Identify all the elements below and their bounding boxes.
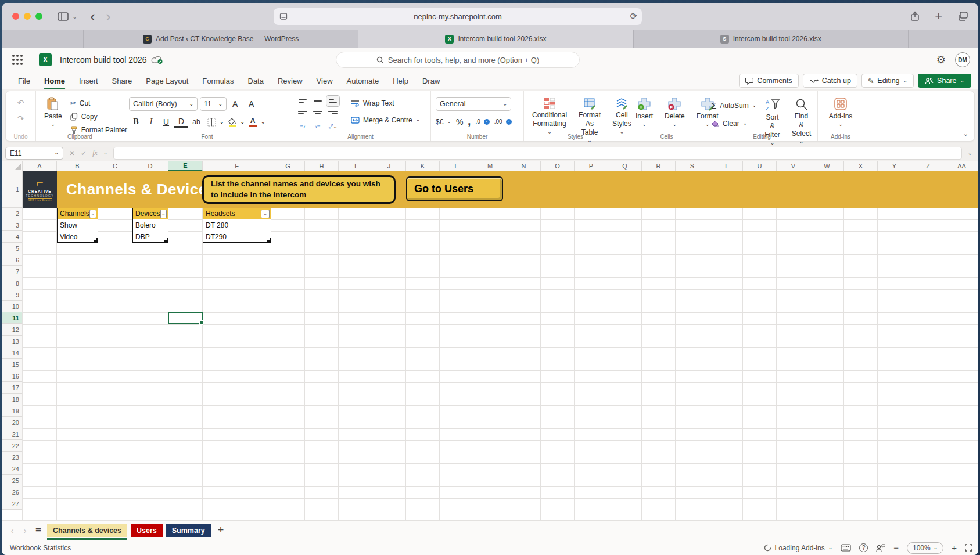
menu-tab-automate[interactable]: Automate <box>341 74 385 88</box>
font-color-icon[interactable]: A <box>246 115 260 129</box>
row-header-14[interactable]: 14 <box>2 347 23 359</box>
next-sheet-icon[interactable]: › <box>20 526 30 535</box>
column-header-AA[interactable]: AA <box>945 161 978 171</box>
align-top-icon[interactable] <box>299 98 307 103</box>
table-cell[interactable]: DT 280 <box>203 219 271 231</box>
collapse-ribbon-icon[interactable]: ⌄ <box>963 130 968 138</box>
redo-icon[interactable]: ↷ <box>14 111 28 125</box>
row-header-2[interactable]: 2 <box>2 208 23 219</box>
column-header-W[interactable]: W <box>810 161 844 171</box>
sheet-tab-users[interactable]: Users <box>131 524 163 537</box>
address-bar[interactable]: nepinc-my.sharepoint.com ⟳ <box>274 8 642 25</box>
column-header-H[interactable]: H <box>305 161 339 171</box>
row-header-23[interactable]: 23 <box>2 452 23 463</box>
column-header-B[interactable]: B <box>57 161 98 171</box>
font-name-select[interactable]: Calibri (Body)⌄ <box>129 97 198 111</box>
column-header-M[interactable]: M <box>473 161 507 171</box>
row-header-19[interactable]: 19 <box>2 405 23 417</box>
row-header-7[interactable]: 7 <box>2 266 23 278</box>
increase-decimal-button[interactable]: .0‹ <box>475 116 489 128</box>
fullscreen-icon[interactable] <box>965 544 972 552</box>
share-page-icon[interactable] <box>910 11 920 21</box>
expand-formula-bar-icon[interactable]: ⌄ <box>965 150 975 156</box>
row-header-22[interactable]: 22 <box>2 440 23 452</box>
column-header-A[interactable]: A <box>23 161 57 171</box>
row-header-13[interactable]: 13 <box>2 336 23 347</box>
settings-gear-icon[interactable]: ⚙ <box>936 53 946 66</box>
forward-button[interactable]: › <box>106 9 111 24</box>
menu-tab-view[interactable]: View <box>311 74 339 88</box>
zoom-window-button[interactable] <box>35 13 42 20</box>
table-cell[interactable]: Video <box>57 231 98 243</box>
sidebar-toggle-icon[interactable] <box>58 12 69 21</box>
row-header-25[interactable]: 25 <box>2 475 23 486</box>
row-header-4[interactable]: 4 <box>2 231 23 243</box>
chevron-down-icon[interactable]: ⌄ <box>220 120 224 125</box>
menu-tab-help[interactable]: Help <box>387 74 414 88</box>
column-header-X[interactable]: X <box>844 161 878 171</box>
menu-tab-share[interactable]: Share <box>106 74 138 88</box>
conditional-formatting-button[interactable]: Conditional Formatting ⌄ <box>529 96 570 136</box>
menu-tab-file[interactable]: File <box>12 74 36 88</box>
go-to-users-button[interactable]: Go to Users <box>406 176 503 201</box>
catch-up-button[interactable]: Catch up <box>803 74 857 88</box>
column-header-T[interactable]: T <box>709 161 743 171</box>
currency-format-button[interactable]: $€⌄ <box>436 116 451 128</box>
row-header-27[interactable]: 27 <box>2 498 23 510</box>
sheet-tab-summary[interactable]: Summary <box>166 524 211 537</box>
chevron-down-icon[interactable]: ⌄ <box>261 120 265 125</box>
app-launcher-icon[interactable] <box>9 51 26 69</box>
chevron-down-icon[interactable]: ⌄ <box>240 120 245 125</box>
number-format-select[interactable]: General⌄ <box>436 97 511 111</box>
help-icon[interactable]: ? <box>859 543 868 552</box>
column-header-R[interactable]: R <box>642 161 676 171</box>
menu-tab-insert[interactable]: Insert <box>73 74 104 88</box>
workbook-statistics-button[interactable]: Workbook Statistics <box>10 544 71 552</box>
menu-tab-home[interactable]: Home <box>38 74 71 88</box>
editing-mode-button[interactable]: ✎ Editing ⌄ <box>861 74 914 88</box>
browser-tab[interactable]: SIntercom build tool 2026.xlsx <box>633 30 909 48</box>
strikethrough-button[interactable]: ab <box>189 115 203 129</box>
menu-tab-page-layout[interactable]: Page Layout <box>140 74 194 88</box>
align-right-icon[interactable] <box>328 110 338 118</box>
column-header-G[interactable]: G <box>271 161 305 171</box>
column-header-V[interactable]: V <box>777 161 810 171</box>
row-header-9[interactable]: 9 <box>2 289 23 301</box>
search-input[interactable]: Search for tools, help, and more (Option… <box>336 52 580 68</box>
row-header-24[interactable]: 24 <box>2 463 23 475</box>
spreadsheet-grid[interactable]: ABCDEFGHIJKLMNOPQRSTUVWXYZAA123456789101… <box>2 161 978 520</box>
minimize-window-button[interactable] <box>24 13 31 20</box>
row-header-21[interactable]: 21 <box>2 428 23 440</box>
row-header-3[interactable]: 3 <box>2 219 23 231</box>
column-header-F[interactable]: F <box>203 161 271 171</box>
bold-button[interactable]: B <box>129 115 143 129</box>
cut-button[interactable]: ✂Cut <box>70 97 127 109</box>
addins-button[interactable]: Add-ins ⌄ <box>825 96 856 128</box>
column-header-E[interactable]: E <box>168 161 203 171</box>
clear-button[interactable]: Clear ⌄ <box>711 117 756 129</box>
comma-format-button[interactable]: , <box>468 116 471 128</box>
sidebar-chevron-icon[interactable]: ⌄ <box>72 13 77 20</box>
row-header-11[interactable]: 11 <box>2 312 23 324</box>
decrease-decimal-button[interactable]: .00› <box>494 116 512 128</box>
align-middle-icon[interactable] <box>314 98 322 105</box>
fill-color-icon[interactable] <box>225 115 239 129</box>
back-button[interactable]: ‹ <box>90 9 95 24</box>
row-header-20[interactable]: 20 <box>2 417 23 428</box>
row-header-15[interactable]: 15 <box>2 359 23 370</box>
filter-dropdown-icon[interactable]: ⌄ <box>261 210 270 218</box>
keyboard-shortcuts-icon[interactable] <box>841 544 851 552</box>
filter-dropdown-icon[interactable]: ⌄ <box>160 210 167 218</box>
column-header-Q[interactable]: Q <box>608 161 642 171</box>
column-header-C[interactable]: C <box>98 161 132 171</box>
zoom-level-select[interactable]: 100% ⌄ <box>907 542 943 554</box>
cancel-entry-icon[interactable]: ✕ <box>69 149 75 157</box>
menu-tab-review[interactable]: Review <box>272 74 308 88</box>
italic-button[interactable]: I <box>144 115 158 129</box>
column-header-U[interactable]: U <box>743 161 777 171</box>
menu-tab-data[interactable]: Data <box>242 74 270 88</box>
excel-logo-icon[interactable]: X <box>39 53 52 66</box>
row-header-26[interactable]: 26 <box>2 486 23 498</box>
column-header-J[interactable]: J <box>372 161 406 171</box>
row-header-17[interactable]: 17 <box>2 382 23 394</box>
